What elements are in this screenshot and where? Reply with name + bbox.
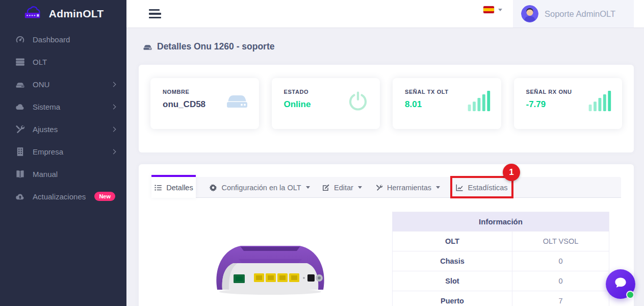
router-icon	[225, 91, 249, 111]
sidebar-item-olt[interactable]: OLT	[0, 50, 126, 73]
sidebar-menu: Dashboard OLT ONU Sistema Ajustes Empres…	[0, 28, 126, 208]
stat-card-senal-rx-onu: SEÑAL RX ONU -7.79	[514, 78, 623, 129]
list-icon	[154, 184, 162, 192]
chevron-right-icon	[111, 82, 116, 87]
chevron-right-icon	[111, 126, 116, 132]
wrench-icon	[376, 184, 383, 192]
stat-value: onu_CD58	[163, 99, 205, 110]
tools-icon	[15, 124, 25, 134]
info-table: Información OLT OLT VSOL Chasis 0 Slot 0…	[392, 212, 609, 306]
tab-herramientas[interactable]: Herramientas	[376, 177, 440, 198]
book-icon	[15, 169, 25, 179]
avatar	[521, 5, 538, 22]
caret-down-icon	[306, 186, 310, 189]
tab-bar: Detalles Configuración en la OLT Editar …	[151, 177, 621, 198]
caret-down-icon	[436, 186, 440, 189]
user-name: Soporte AdminOLT	[545, 9, 615, 19]
cloud-icon	[15, 102, 25, 112]
hamburger-menu-icon[interactable]	[149, 7, 161, 20]
table-row-value: 0	[512, 251, 609, 271]
stat-value: Online	[284, 99, 311, 110]
table-row-value: 0	[512, 271, 609, 291]
table-row: Puerto 7	[393, 291, 609, 306]
chevron-right-icon	[111, 149, 116, 154]
sidebar-item-ajustes[interactable]: Ajustes	[0, 118, 126, 140]
chevron-right-icon	[111, 104, 116, 109]
table-row-key: Slot	[393, 271, 512, 291]
server-icon	[15, 57, 25, 67]
tab-label: Herramientas	[387, 184, 431, 192]
table-row-key: Chasis	[393, 251, 512, 271]
tab-label: Estadísticas	[468, 184, 507, 192]
annotation-step-badge: 1	[503, 164, 520, 181]
page-header: Detalles Onu 1260 - soporte	[143, 41, 275, 52]
signal-icon	[468, 91, 491, 111]
table-row-value: OLT VSOL	[512, 232, 609, 251]
stat-card-nombre: NOMBRE onu_CD58	[150, 78, 259, 129]
power-icon	[346, 91, 370, 111]
table-row: Slot 0	[393, 271, 609, 291]
edit-icon	[322, 184, 330, 192]
table-row: Chasis 0	[393, 251, 609, 271]
speech-bubble-icon	[613, 275, 628, 293]
stat-label: ESTADO	[284, 89, 311, 95]
topbar: Soporte AdminOLT	[126, 0, 644, 28]
stat-value: 8.01	[405, 99, 449, 110]
app-logo[interactable]: AdminOLT	[0, 0, 126, 28]
stat-label: SEÑAL TX OLT	[405, 89, 449, 95]
tab-editar[interactable]: Editar	[321, 177, 363, 198]
stats-panel: NOMBRE onu_CD58 ESTADO Online SEÑAL TX O…	[139, 65, 634, 152]
gauge-icon	[15, 35, 25, 44]
sidebar-item-dashboard[interactable]: Dashboard	[0, 28, 126, 50]
chat-widget-button[interactable]	[606, 269, 635, 299]
table-row-key: Puerto	[393, 291, 512, 306]
sidebar-item-label: Empresa	[33, 147, 112, 156]
chart-icon	[455, 184, 463, 192]
sidebar: AdminOLT Dashboard OLT ONU Sistema Ajust…	[0, 0, 126, 306]
spain-flag-icon	[483, 6, 494, 13]
sidebar-item-label: Sistema	[33, 103, 112, 111]
sidebar-item-actualizaciones[interactable]: Actualizaciones New	[0, 185, 126, 208]
info-table-header: Información	[393, 212, 609, 231]
sidebar-item-label: Dashboard	[33, 35, 115, 44]
stat-card-estado: ESTADO Online	[272, 78, 380, 129]
online-status-dot	[626, 291, 634, 299]
caret-down-icon	[358, 186, 362, 189]
sidebar-item-label: OLT	[33, 58, 115, 66]
new-badge: New	[94, 192, 115, 201]
sidebar-item-label: Manual	[33, 170, 115, 178]
tab-detalles[interactable]: Detalles	[151, 175, 196, 198]
sidebar-item-onu[interactable]: ONU	[0, 73, 126, 95]
stat-label: NOMBRE	[163, 89, 205, 95]
tab-estadisticas[interactable]: Estadísticas	[451, 177, 512, 198]
sidebar-item-label: Actualizaciones	[33, 192, 90, 201]
sidebar-item-label: Ajustes	[33, 125, 112, 134]
onu-device-image	[209, 231, 331, 302]
language-selector[interactable]	[483, 6, 502, 13]
signal-icon	[588, 91, 612, 111]
user-menu[interactable]: Soporte AdminOLT	[513, 0, 634, 28]
tab-label: Configuración en la OLT	[221, 184, 301, 192]
router-icon	[143, 42, 152, 52]
sidebar-item-empresa[interactable]: Empresa	[0, 140, 126, 163]
app-logo-text: AdminOLT	[49, 8, 104, 20]
sidebar-item-manual[interactable]: Manual	[0, 163, 126, 185]
tab-label: Editar	[334, 184, 353, 192]
table-row-value: 7	[512, 291, 609, 306]
router-icon	[15, 80, 25, 89]
gear-icon	[209, 184, 217, 192]
caret-down-icon	[498, 9, 502, 11]
stat-value: -7.79	[526, 99, 572, 110]
table-row: OLT OLT VSOL	[393, 231, 609, 251]
stat-label: SEÑAL RX ONU	[526, 89, 572, 95]
tab-configuracion-olt[interactable]: Configuración en la OLT	[203, 177, 316, 198]
sidebar-item-sistema[interactable]: Sistema	[0, 95, 126, 118]
tab-label: Detalles	[166, 184, 193, 192]
building-icon	[15, 147, 25, 157]
sidebar-item-label: ONU	[33, 80, 112, 89]
cloud-upload-icon	[15, 192, 25, 201]
page-title: Detalles Onu 1260 - soporte	[157, 41, 275, 52]
cloud-olt-logo-icon	[23, 5, 44, 22]
table-row-key: OLT	[393, 232, 512, 251]
stat-card-senal-tx-olt: SEÑAL TX OLT 8.01	[393, 78, 501, 129]
